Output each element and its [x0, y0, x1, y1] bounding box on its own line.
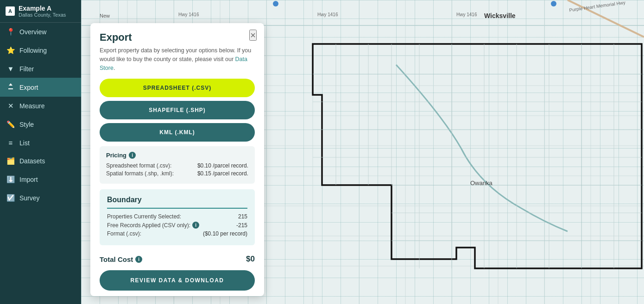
total-cost-value: $0 [246, 254, 255, 264]
hwy-label-2: Hwy 1416 [317, 12, 338, 17]
sidebar-item-label: Filter [19, 65, 34, 73]
modal-header: Export Export property data by selecting… [90, 23, 264, 72]
pricing-title: Pricing i [106, 152, 248, 159]
export-modal: Export Export property data by selecting… [90, 23, 264, 296]
free-records-info-icon[interactable]: i [192, 222, 199, 229]
sidebar-item-export[interactable]: Export [0, 78, 81, 97]
modal-title: Export [100, 31, 255, 43]
kml-format-button[interactable]: KML (.KML) [100, 123, 255, 142]
shp-format-button[interactable]: SHAPEFILE (.SHP) [100, 101, 255, 119]
sidebar-item-filter[interactable]: ▼ Filter [0, 60, 81, 78]
hwy-label-1: Hwy 1416 [178, 12, 199, 17]
sidebar-title: Example A [19, 5, 66, 12]
import-icon: ⬇️ [6, 175, 15, 184]
sidebar-logo-icon: A [6, 6, 15, 16]
location-icon: 📍 [6, 28, 15, 36]
csv-format-button[interactable]: SPREADSHEET (.CSV) [100, 79, 255, 97]
total-cost-row: Total Cost i $0 [100, 251, 255, 270]
sidebar-subtitle: Dallas County, Texas [19, 12, 66, 18]
pricing-row-csv: Spreadsheet format (.csv): $0.10 /parcel… [106, 162, 248, 169]
sidebar-item-label: Following [19, 47, 47, 54]
sidebar-item-label: List [19, 139, 30, 147]
survey-icon: ☑️ [6, 194, 15, 202]
sidebar: A Example A Dallas County, Texas 📍 Overv… [0, 0, 81, 304]
sidebar-item-label: Datasets [19, 157, 45, 165]
boundary-row-format: Format (.csv): ($0.10 per record) [107, 230, 247, 237]
boundary-section: Boundary Properties Currently Selected: … [100, 189, 255, 245]
star-icon: ⭐ [6, 46, 15, 55]
boundary-title: Boundary [107, 196, 247, 209]
modal-description: Export property data by selecting your o… [100, 46, 255, 72]
sidebar-item-survey[interactable]: ☑️ Survey [0, 189, 81, 207]
sidebar-item-style[interactable]: ✏️ Style [0, 115, 81, 134]
sidebar-item-label: Measure [19, 102, 44, 110]
main-area: New Wicksville Owanka Hwy 1416 Hwy 1416 … [81, 0, 644, 304]
sidebar-item-datasets[interactable]: 🗂️ Datasets [0, 152, 81, 170]
sidebar-item-import[interactable]: ⬇️ Import [0, 170, 81, 189]
sidebar-item-label: Import [19, 176, 38, 183]
datasets-icon: 🗂️ [6, 157, 15, 165]
sidebar-item-list[interactable]: ≡ List [0, 134, 81, 152]
boundary-row-free: Free Records Applied (CSV only): i -215 [107, 222, 247, 229]
style-icon: ✏️ [6, 120, 15, 129]
modal-body: SPREADSHEET (.CSV) SHAPEFILE (.SHP) KML … [90, 79, 264, 296]
sidebar-item-label: Survey [19, 194, 40, 202]
sidebar-item-label: Export [19, 84, 38, 91]
sidebar-item-label: Overview [19, 28, 46, 36]
modal-close-button[interactable]: × [249, 30, 257, 41]
filter-icon: ▼ [6, 65, 15, 73]
sidebar-item-following[interactable]: ⭐ Following [0, 41, 81, 60]
hwy-label-3: Hwy 1416 [456, 12, 477, 17]
boundary-row-selected: Properties Currently Selected: 215 [107, 213, 247, 220]
download-button[interactable]: REVIEW DATA & DOWNLOAD [100, 270, 255, 291]
sidebar-item-measure[interactable]: ✕ Measure [0, 97, 81, 115]
map-label-new: New [100, 13, 110, 19]
sidebar-item-label: Style [19, 121, 34, 128]
pricing-info-icon[interactable]: i [129, 152, 136, 159]
total-cost-info-icon[interactable]: i [135, 256, 142, 263]
sidebar-nav: 📍 Overview ⭐ Following ▼ Filter Export ✕… [0, 23, 81, 304]
map-label-wicksville: Wicksville [484, 12, 516, 19]
sidebar-item-overview[interactable]: 📍 Overview [0, 23, 81, 41]
list-icon: ≡ [6, 139, 15, 147]
pricing-row-spatial: Spatial formats (.shp, .kml): $0.15 /par… [106, 170, 248, 177]
sidebar-header: A Example A Dallas County, Texas [0, 0, 81, 23]
pricing-section: Pricing i Spreadsheet format (.csv): $0.… [100, 146, 255, 184]
map-label-owanka: Owanka [470, 180, 492, 186]
export-icon [6, 83, 15, 92]
measure-icon: ✕ [6, 102, 15, 110]
